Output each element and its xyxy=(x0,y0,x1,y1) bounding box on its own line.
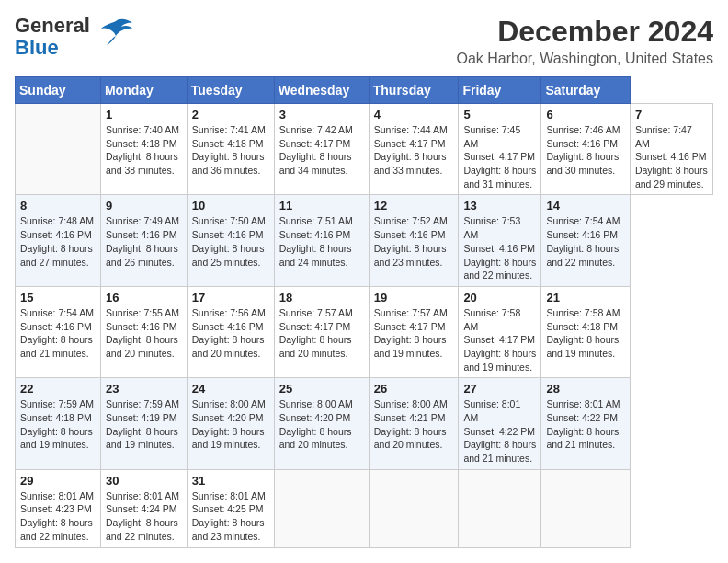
day-detail: Sunrise: 7:47 AMSunset: 4:16 PMDaylight:… xyxy=(635,123,708,190)
daylight-text: Daylight: 8 hours and 19 minutes. xyxy=(546,333,624,360)
daylight-text: Daylight: 8 hours and 30 minutes. xyxy=(546,150,624,177)
calendar-cell: 13Sunrise: 7:53 AMSunset: 4:16 PMDayligh… xyxy=(459,195,541,286)
day-number: 17 xyxy=(192,291,269,304)
sunrise-text: Sunrise: 8:01 AM xyxy=(20,489,96,503)
sunset-text: Sunset: 4:16 PM xyxy=(279,228,364,242)
day-detail: Sunrise: 7:53 AMSunset: 4:16 PMDaylight:… xyxy=(463,214,536,282)
sunrise-text: Sunrise: 7:45 AM xyxy=(463,123,536,150)
sunset-text: Sunset: 4:16 PM xyxy=(106,320,182,334)
daylight-text: Daylight: 8 hours and 26 minutes. xyxy=(106,242,182,269)
calendar-cell xyxy=(274,469,369,547)
day-number: 22 xyxy=(20,382,96,396)
calendar-cell: 20Sunrise: 7:58 AMSunset: 4:17 PMDayligh… xyxy=(459,286,541,377)
calendar-cell: 9Sunrise: 7:49 AMSunset: 4:16 PMDaylight… xyxy=(100,195,187,286)
day-detail: Sunrise: 7:44 AMSunset: 4:17 PMDaylight:… xyxy=(374,123,454,178)
day-number: 29 xyxy=(20,474,96,488)
calendar-cell: 29Sunrise: 8:01 AMSunset: 4:23 PMDayligh… xyxy=(16,469,101,547)
day-number: 12 xyxy=(374,199,454,213)
daylight-text: Daylight: 8 hours and 22 minutes. xyxy=(463,256,536,282)
sunrise-text: Sunrise: 7:50 AM xyxy=(192,214,269,228)
sunrise-text: Sunrise: 7:40 AM xyxy=(106,123,182,137)
sunrise-text: Sunrise: 7:41 AM xyxy=(192,123,269,137)
day-number: 30 xyxy=(106,474,182,488)
sunrise-text: Sunrise: 7:52 AM xyxy=(374,214,454,228)
day-number: 10 xyxy=(192,199,269,213)
day-detail: Sunrise: 8:01 AMSunset: 4:22 PMDaylight:… xyxy=(463,397,536,465)
day-detail: Sunrise: 7:50 AMSunset: 4:16 PMDaylight:… xyxy=(192,214,269,269)
daylight-text: Daylight: 8 hours and 20 minutes. xyxy=(192,333,269,360)
day-header-friday: Friday xyxy=(459,77,541,104)
sunrise-text: Sunrise: 7:47 AM xyxy=(635,123,708,150)
calendar-cell: 10Sunrise: 7:50 AMSunset: 4:16 PMDayligh… xyxy=(187,195,274,286)
day-number: 8 xyxy=(20,199,96,213)
day-detail: Sunrise: 7:45 AMSunset: 4:17 PMDaylight:… xyxy=(463,123,536,190)
calendar-cell: 24Sunrise: 8:00 AMSunset: 4:20 PMDayligh… xyxy=(187,378,274,469)
daylight-text: Daylight: 8 hours and 19 minutes. xyxy=(463,347,536,373)
day-detail: Sunrise: 7:56 AMSunset: 4:16 PMDaylight:… xyxy=(192,306,269,361)
sunrise-text: Sunrise: 7:56 AM xyxy=(192,306,269,320)
daylight-text: Daylight: 8 hours and 19 minutes. xyxy=(192,425,269,452)
daylight-text: Daylight: 8 hours and 20 minutes. xyxy=(374,425,454,452)
calendar-cell: 3Sunrise: 7:42 AMSunset: 4:17 PMDaylight… xyxy=(274,104,369,195)
day-detail: Sunrise: 7:55 AMSunset: 4:16 PMDaylight:… xyxy=(106,306,182,361)
day-number: 21 xyxy=(546,291,624,304)
daylight-text: Daylight: 8 hours and 23 minutes. xyxy=(192,516,269,543)
calendar-cell: 23Sunrise: 7:59 AMSunset: 4:19 PMDayligh… xyxy=(100,378,187,469)
sunrise-text: Sunrise: 7:53 AM xyxy=(463,214,536,241)
sunset-text: Sunset: 4:17 PM xyxy=(374,320,454,334)
day-detail: Sunrise: 8:01 AMSunset: 4:25 PMDaylight:… xyxy=(192,489,269,544)
calendar-cell: 16Sunrise: 7:55 AMSunset: 4:16 PMDayligh… xyxy=(100,286,187,377)
calendar-cell: 17Sunrise: 7:56 AMSunset: 4:16 PMDayligh… xyxy=(187,286,274,377)
day-number: 2 xyxy=(192,108,269,121)
calendar-cell: 18Sunrise: 7:57 AMSunset: 4:17 PMDayligh… xyxy=(274,286,369,377)
calendar-cell: 19Sunrise: 7:57 AMSunset: 4:17 PMDayligh… xyxy=(369,286,459,377)
day-detail: Sunrise: 7:58 AMSunset: 4:18 PMDaylight:… xyxy=(546,306,624,361)
sunrise-text: Sunrise: 7:44 AM xyxy=(374,123,454,137)
sunset-text: Sunset: 4:18 PM xyxy=(106,137,182,151)
day-header-saturday: Saturday xyxy=(541,77,630,104)
daylight-text: Daylight: 8 hours and 20 minutes. xyxy=(279,425,364,452)
calendar-cell: 26Sunrise: 8:00 AMSunset: 4:21 PMDayligh… xyxy=(369,378,459,469)
day-detail: Sunrise: 7:51 AMSunset: 4:16 PMDaylight:… xyxy=(279,214,364,269)
day-detail: Sunrise: 7:42 AMSunset: 4:17 PMDaylight:… xyxy=(279,123,364,178)
sunrise-text: Sunrise: 7:46 AM xyxy=(546,123,624,137)
sunset-text: Sunset: 4:20 PM xyxy=(192,411,269,425)
sunrise-text: Sunrise: 8:00 AM xyxy=(279,397,364,411)
sunrise-text: Sunrise: 7:54 AM xyxy=(20,306,96,320)
sunrise-text: Sunrise: 7:57 AM xyxy=(374,306,454,320)
daylight-text: Daylight: 8 hours and 20 minutes. xyxy=(279,333,364,360)
day-number: 6 xyxy=(546,108,624,121)
sunset-text: Sunset: 4:16 PM xyxy=(20,228,96,242)
calendar-cell: 14Sunrise: 7:54 AMSunset: 4:16 PMDayligh… xyxy=(541,195,630,286)
day-header-monday: Monday xyxy=(100,77,187,104)
sunset-text: Sunset: 4:22 PM xyxy=(546,411,624,425)
sunset-text: Sunset: 4:17 PM xyxy=(463,150,536,164)
day-number: 20 xyxy=(463,291,536,304)
day-number: 28 xyxy=(546,382,624,396)
calendar-cell: 5Sunrise: 7:45 AMSunset: 4:17 PMDaylight… xyxy=(459,104,541,195)
sunset-text: Sunset: 4:21 PM xyxy=(374,411,454,425)
day-detail: Sunrise: 8:00 AMSunset: 4:20 PMDaylight:… xyxy=(279,397,364,452)
daylight-text: Daylight: 8 hours and 27 minutes. xyxy=(20,242,96,269)
sunset-text: Sunset: 4:16 PM xyxy=(546,228,624,242)
day-number: 31 xyxy=(192,474,269,488)
daylight-text: Daylight: 8 hours and 25 minutes. xyxy=(192,242,269,269)
sunset-text: Sunset: 4:19 PM xyxy=(106,411,182,425)
sunset-text: Sunset: 4:16 PM xyxy=(192,320,269,334)
calendar-cell xyxy=(541,469,630,547)
sunrise-text: Sunrise: 7:51 AM xyxy=(279,214,364,228)
sunset-text: Sunset: 4:23 PM xyxy=(20,502,96,516)
day-number: 5 xyxy=(463,108,536,121)
sunrise-text: Sunrise: 7:57 AM xyxy=(279,306,364,320)
day-detail: Sunrise: 7:52 AMSunset: 4:16 PMDaylight:… xyxy=(374,214,454,269)
calendar-cell: 7Sunrise: 7:47 AMSunset: 4:16 PMDaylight… xyxy=(630,104,712,195)
sunrise-text: Sunrise: 7:58 AM xyxy=(463,306,536,333)
calendar-cell xyxy=(369,469,459,547)
day-number: 7 xyxy=(635,108,708,121)
day-detail: Sunrise: 8:01 AMSunset: 4:23 PMDaylight:… xyxy=(20,489,96,544)
day-number: 26 xyxy=(374,382,454,396)
sunrise-text: Sunrise: 8:01 AM xyxy=(192,489,269,503)
logo: General Blue xyxy=(15,15,132,59)
sunrise-text: Sunrise: 8:01 AM xyxy=(546,397,624,411)
calendar-cell: 31Sunrise: 8:01 AMSunset: 4:25 PMDayligh… xyxy=(187,469,274,547)
